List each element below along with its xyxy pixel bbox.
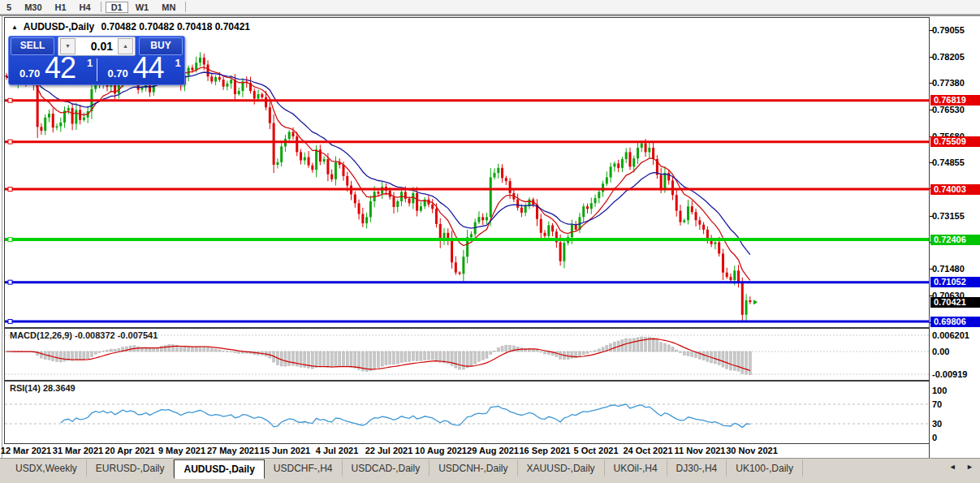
tab-usdcad-daily[interactable]: USDCAD-,Daily [343, 459, 430, 477]
date-tick-label: 16 Sep 2021 [520, 446, 571, 455]
timeframe-mn-button[interactable]: MN [156, 2, 181, 13]
chart-symbol-label: AUDUSD-,Daily [24, 21, 94, 32]
sell-price-pip: 1 [87, 57, 93, 69]
tab-audusd-daily[interactable]: AUDUSD-,Daily [174, 459, 264, 479]
timeframe-m5-button[interactable]: 5 [1, 2, 17, 13]
price-line-badge: 0.69806 [930, 317, 980, 327]
hline-handle[interactable] [8, 320, 12, 324]
tab-scroll-right-icon[interactable]: ► [966, 463, 974, 471]
date-tick-label: 20 Apr 2021 [105, 446, 154, 455]
price-line-badge: 0.74003 [930, 184, 980, 195]
toolbar-separator [185, 2, 186, 12]
chart-ohlc-values: 0.70482 0.70482 0.70418 0.70421 [101, 21, 251, 32]
collapse-chart-icon[interactable]: ▲ [11, 24, 18, 31]
macd-tick-label: -0.00919 [932, 369, 980, 379]
macd-signal-value: -0.007541 [118, 330, 158, 340]
hline-handle[interactable] [8, 238, 12, 242]
macd-tick-label: 0.00 [932, 347, 980, 356]
date-tick-label: 29 Aug 2021 [467, 446, 519, 455]
tab-scroll-arrows: ◄ ► [941, 463, 974, 471]
chart-tab-bar: USDX,Weekly EURUSD-,Daily AUDUSD-,Daily … [0, 458, 980, 483]
date-tick-label: 10 Aug 2021 [415, 446, 467, 455]
date-tick-label: 24 Oct 2021 [623, 446, 672, 455]
timeframe-w1-button[interactable]: W1 [130, 2, 155, 13]
tab-usdx-weekly[interactable]: USDX,Weekly [6, 459, 87, 477]
date-tick-label: 30 Nov 2021 [726, 446, 778, 455]
sell-price-prefix: 0.70 [19, 67, 40, 80]
rsi-tick-label: 70 [932, 399, 980, 409]
tab-scroll-left-icon[interactable]: ◄ [949, 463, 956, 471]
rsi-tick-label: 100 [932, 386, 980, 395]
rsi-value: 28.3649 [43, 383, 76, 393]
chevron-up-icon: ▲ [123, 43, 128, 49]
price-line-badge: 0.71052 [930, 277, 980, 287]
rsi-tick-label: 30 [932, 419, 980, 429]
tab-ukoil-h4[interactable]: UKOil-,H4 [605, 459, 667, 477]
date-tick-label: 22 Jul 2021 [365, 446, 413, 455]
buy-quote[interactable]: 0.70 44 1 [97, 56, 185, 84]
date-tick-label: 12 Mar 2021 [1, 446, 51, 455]
date-tick-label: 4 Jul 2021 [316, 446, 359, 455]
price-tick-label: 0.76530 [932, 105, 980, 114]
mt4-window: 5 M30 H1 H4 D1 W1 MN ▲ AUDUSD-,Daily 0.7… [0, 0, 980, 483]
price-tick-label: 0.73155 [932, 211, 980, 221]
price-tick-label: 0.77380 [932, 78, 980, 88]
date-tick-label: 9 May 2021 [158, 446, 205, 455]
sell-quote[interactable]: 0.70 42 1 [9, 56, 97, 84]
hline-handle[interactable] [8, 98, 12, 102]
volume-input[interactable]: 0.01 [77, 40, 116, 53]
date-tick-label: 11 Nov 2021 [675, 446, 726, 455]
tab-uk100-daily[interactable]: UK100-,Daily [727, 459, 803, 477]
date-tick-label: 31 Mar 2021 [53, 446, 103, 455]
price-tick-label: 0.78205 [932, 52, 980, 62]
price-line-badge: 0.72406 [930, 235, 980, 245]
tab-dj30-h4[interactable]: DJ30-,H4 [667, 459, 727, 477]
rsi-label: RSI(14) 28.3649 [10, 383, 76, 393]
timeframe-h1-button[interactable]: H1 [50, 2, 72, 13]
price-line-badge: 0.75509 [930, 136, 980, 147]
timeframe-d1-button[interactable]: D1 [106, 2, 128, 13]
rsi-tick-label: 0 [932, 433, 980, 442]
buy-price-pip: 1 [175, 57, 181, 69]
date-tick-label: 15 Jun 2021 [260, 446, 310, 455]
timeframe-toolbar: 5 M30 H1 H4 D1 W1 MN [0, 0, 980, 15]
sell-price-main: 42 [45, 51, 76, 85]
timeframe-h4-button[interactable]: H4 [74, 2, 97, 13]
hline-handle[interactable] [8, 280, 12, 284]
buy-price-main: 44 [133, 51, 164, 85]
timeframe-m30-button[interactable]: M30 [19, 2, 47, 13]
toolbar-separator [101, 2, 101, 12]
one-click-trading-panel: SELL ▼ 0.01 ▲ BUY 0.70 42 1 0.70 44 [8, 36, 185, 85]
price-tick-label: 0.74855 [932, 157, 980, 167]
hline-handle[interactable] [8, 140, 12, 144]
date-tick-label: 27 May 2021 [207, 446, 259, 455]
tab-xauusd-daily[interactable]: XAUUSD-,Daily [518, 459, 605, 477]
macd-label: MACD(12,26,9) -0.008372 -0.007541 [10, 330, 158, 340]
macd-tick-label: 0.006201 [932, 330, 980, 340]
volume-increase-button[interactable]: ▲ [118, 38, 133, 54]
price-line-badge: 0.76819 [930, 95, 980, 106]
hline-handle[interactable] [8, 188, 12, 192]
macd-main-value: -0.008372 [75, 330, 115, 340]
current-price-badge: 0.70421 [930, 297, 980, 308]
tab-eurusd-daily[interactable]: EURUSD-,Daily [87, 459, 175, 477]
price-tick-label: 0.71480 [932, 264, 980, 274]
date-tick-label: 5 Oct 2021 [573, 446, 618, 455]
chevron-down-icon: ▼ [65, 43, 71, 49]
tab-usdcnh-daily[interactable]: USDCNH-,Daily [430, 459, 517, 477]
price-tick-label: 0.79055 [932, 25, 980, 35]
buy-price-prefix: 0.70 [108, 67, 128, 80]
tab-usdchf-h4[interactable]: USDCHF-,H4 [265, 459, 343, 477]
chart-title: ▲ AUDUSD-,Daily 0.70482 0.70482 0.70418 … [11, 21, 250, 32]
